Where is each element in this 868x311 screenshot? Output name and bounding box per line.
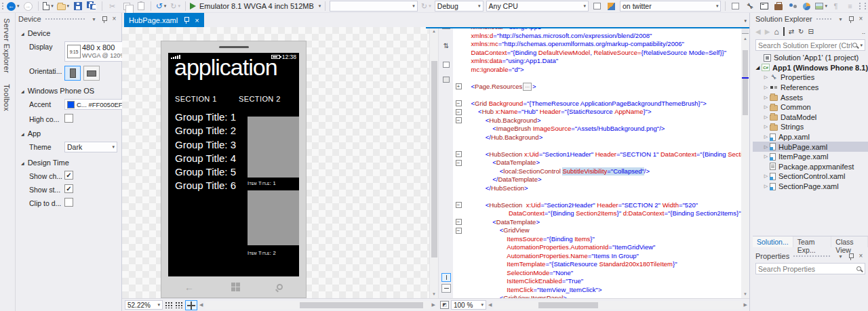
orientation-portrait-button[interactable]: [64, 66, 81, 81]
design-canvas[interactable]: 12:38 application SECTION 1 SECTION 2 Gr…: [122, 27, 438, 298]
tree-item[interactable]: ▷Assets: [753, 92, 868, 102]
code-line[interactable]: − <HubSection x:Uid="Section2Header" Hea…: [453, 201, 741, 210]
code-line[interactable]: ItemTemplate="{StaticResource Standard20…: [453, 260, 741, 269]
fold-toggle-icon[interactable]: −: [453, 159, 464, 167]
tree-item[interactable]: ▷Common: [753, 102, 868, 112]
solution-search[interactable]: ▾: [755, 39, 865, 51]
code-line[interactable]: − <Grid Background="{ThemeResource Appli…: [453, 100, 741, 108]
tab-pin-icon[interactable]: [182, 16, 191, 24]
find-combo[interactable]: on twitter▾: [620, 1, 721, 12]
toolbox-tab[interactable]: Toolbox: [0, 79, 14, 117]
code-line[interactable]: <ImageBrush ImageSource="Assets/HubBackg…: [453, 125, 741, 133]
pin-icon[interactable]: [100, 15, 108, 24]
pin-icon[interactable]: [846, 252, 855, 261]
tree-item[interactable]: Package.appxmanifest: [753, 162, 868, 172]
scrollbar-thumb[interactable]: [743, 50, 748, 115]
scroll-down-icon[interactable]: ▼: [432, 290, 436, 298]
code-line[interactable]: xmlns:d="http://schemas.microsoft.com/ex…: [453, 32, 741, 41]
tree-item[interactable]: ▷HubPage.xaml: [753, 142, 868, 152]
editor-vertical-scrollbar[interactable]: ▲ ▼: [741, 28, 749, 298]
collapsed-arrow-icon[interactable]: ▷: [762, 124, 770, 129]
section-windows-phone-os[interactable]: ◢Windows Phone OS: [16, 83, 121, 97]
editor-splitter-grip[interactable]: [742, 28, 749, 34]
empty-combo[interactable]: ▾: [330, 1, 418, 12]
refresh-button[interactable]: ↻▾: [420, 1, 432, 12]
collapsed-arrow-icon[interactable]: ▷: [762, 173, 770, 179]
scrollbar-thumb[interactable]: [538, 302, 598, 308]
code-line[interactable]: </HubSection>: [453, 184, 741, 193]
tree-item[interactable]: Solution 'App1' (1 project): [753, 53, 868, 63]
code-line[interactable]: − <Hub.Background>: [453, 117, 741, 125]
high-contrast-checkbox[interactable]: [64, 114, 73, 123]
save-button[interactable]: [72, 1, 83, 12]
section-app[interactable]: ◢App: [16, 125, 121, 140]
command-window-button[interactable]: [758, 1, 770, 12]
tree-item[interactable]: ▷ItemPage.xaml: [753, 152, 868, 162]
scope-icon[interactable]: [783, 28, 785, 36]
scroll-left-icon[interactable]: ◀: [199, 302, 203, 308]
section-design-time[interactable]: ◢Design Time: [16, 154, 121, 169]
code-line[interactable]: xmlns:mc="http://schemas.openxmlformats.…: [453, 40, 741, 49]
code-line[interactable]: </DataTemplate>: [453, 175, 741, 184]
snapline-toggle-button[interactable]: [185, 300, 197, 310]
tab-hubpage-xaml[interactable]: HubPage.xaml ×: [124, 13, 204, 27]
scrollbar-thumb[interactable]: [431, 61, 437, 257]
expanded-arrow-icon[interactable]: ◢: [754, 65, 762, 70]
tree-item[interactable]: ▷App.xaml: [753, 132, 868, 142]
start-debug-button[interactable]: Emulator 8.1 WVGA 4 inch 512MB ▾: [190, 1, 321, 12]
open-file-button[interactable]: ▾: [57, 1, 70, 12]
redo-button[interactable]: ↻▾: [170, 1, 181, 12]
display-combo[interactable]: 9:15 480 x 800WVGA @ 120% ▾: [64, 41, 131, 62]
navigate-backward-button[interactable]: ←▾: [7, 1, 20, 12]
code-line[interactable]: [453, 192, 741, 201]
code-line[interactable]: − <Hub x:Name="Hub" Header="{StaticResou…: [453, 108, 741, 117]
solution-search-input[interactable]: [758, 41, 852, 49]
tree-item[interactable]: ▷DataModel: [753, 112, 868, 123]
properties-search[interactable]: [755, 263, 865, 274]
xaml-view-icon[interactable]: [441, 75, 451, 84]
new-file-button[interactable]: ▾: [43, 1, 54, 12]
collapsed-arrow-icon[interactable]: ▷: [762, 154, 770, 159]
back-icon[interactable]: ◀: [755, 28, 761, 36]
accent-combo[interactable]: C... #FF0050EF ▾: [64, 99, 127, 110]
fold-toggle-icon[interactable]: −: [453, 100, 464, 108]
fold-toggle-icon[interactable]: −: [453, 218, 464, 227]
document-dropdown-icon[interactable]: ▾: [744, 18, 747, 24]
orientation-landscape-button[interactable]: [83, 66, 100, 81]
solution-platform-combo[interactable]: Any CPU▾: [486, 1, 589, 12]
expand-pane-icon[interactable]: ◩: [440, 301, 449, 309]
scroll-right-icon[interactable]: ▶: [744, 302, 747, 308]
performance-button[interactable]: [801, 1, 812, 12]
overflow-icon[interactable]: ..: [862, 28, 865, 36]
solution-configuration-combo[interactable]: Debug▾: [435, 1, 484, 12]
tab-solution-explorer[interactable]: Solution...: [753, 236, 793, 247]
scroll-up-icon[interactable]: ▲: [743, 35, 747, 43]
tab-class-view[interactable]: Class View: [831, 236, 868, 247]
tab-close-icon[interactable]: ×: [195, 17, 199, 24]
fold-toggle-icon[interactable]: −: [453, 226, 464, 235]
designer-zoom-combo[interactable]: 52.22%▾: [125, 300, 163, 310]
theme-combo[interactable]: Dark▾: [64, 142, 117, 152]
code-line[interactable]: AutomationProperties.AutomationId="ItemG…: [453, 243, 741, 252]
new-window-button[interactable]: [730, 1, 741, 12]
scrollbar-thumb[interactable]: [300, 302, 423, 308]
copy-button[interactable]: [121, 1, 132, 12]
refresh-icon[interactable]: ↻: [798, 28, 804, 36]
collapsed-arrow-icon[interactable]: ▷: [762, 95, 770, 100]
editor-zoom-combo[interactable]: 100 %▾: [451, 300, 486, 310]
collapsed-arrow-icon[interactable]: ▷: [762, 134, 770, 140]
code-line[interactable]: AutomationProperties.Name="Items In Grou…: [453, 252, 741, 261]
fold-toggle-icon[interactable]: −: [453, 108, 464, 117]
designer-xaml-splitter[interactable]: ⇅: [438, 13, 453, 311]
code-line[interactable]: ItemsSource="{Binding Items}": [453, 235, 741, 244]
code-line[interactable]: DataContext="{Binding DefaultViewModel, …: [453, 49, 741, 58]
tree-item[interactable]: ▷References: [753, 83, 868, 93]
design-time-checkbox[interactable]: ✓: [64, 171, 73, 180]
tab-team-explorer[interactable]: Team Exp...: [793, 236, 832, 247]
deploy-button[interactable]: [606, 1, 617, 12]
navigate-forward-button[interactable]: →: [22, 1, 34, 12]
designer-vertical-scrollbar[interactable]: ▲ ▼: [429, 27, 438, 298]
collapsed-arrow-icon[interactable]: ▷: [762, 184, 770, 189]
code-line[interactable]: xmlns:data="using:App1.Data": [453, 57, 741, 66]
tree-item[interactable]: ◢App1 (Windows Phone 8.1): [753, 63, 868, 73]
